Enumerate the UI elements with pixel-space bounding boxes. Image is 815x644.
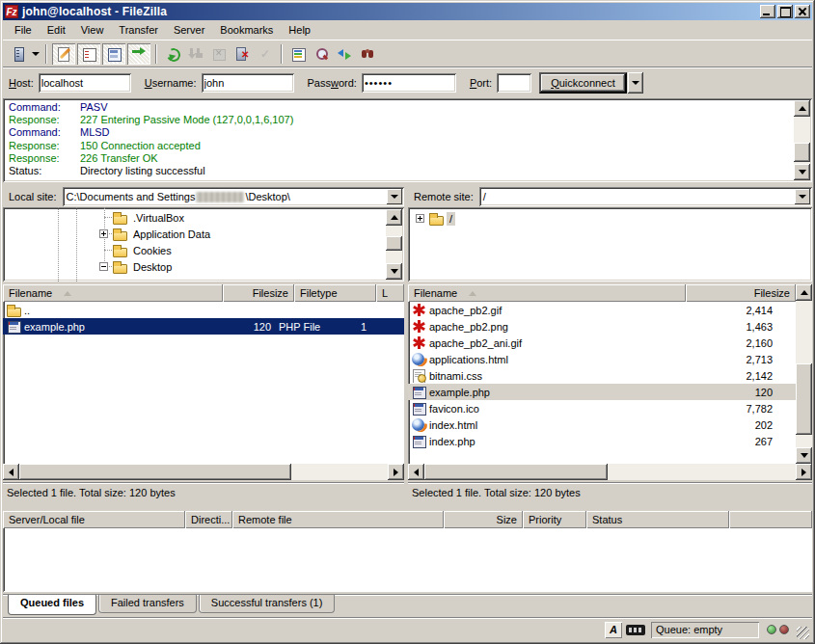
transfer-queue-list[interactable] bbox=[3, 528, 812, 592]
file-row[interactable]: bitnami.css 2,142 bbox=[408, 367, 796, 384]
column-header-filesize[interactable]: Filesize bbox=[686, 284, 796, 302]
tab-successful-transfers[interactable]: Successful transfers (1) bbox=[199, 595, 336, 613]
site-manager-button[interactable] bbox=[7, 43, 30, 65]
filter-button[interactable] bbox=[286, 43, 310, 65]
tree-item[interactable]: Desktop bbox=[99, 258, 175, 275]
tree-item[interactable]: Cookies bbox=[99, 242, 175, 258]
toggle-local-tree-button[interactable] bbox=[77, 43, 100, 65]
combobox-dropdown[interactable] bbox=[795, 189, 810, 204]
site-manager-dropdown[interactable] bbox=[30, 43, 41, 65]
local-directory-tree[interactable]: .VirtualBox Application Data Cookies Des… bbox=[3, 207, 404, 282]
file-search-button[interactable] bbox=[310, 43, 333, 65]
disconnect-button[interactable] bbox=[231, 43, 254, 65]
scrollbar-thumb[interactable] bbox=[424, 464, 608, 480]
quickconnect-dropdown[interactable] bbox=[628, 72, 643, 94]
toggle-transfer-queue-button[interactable] bbox=[127, 43, 150, 65]
speed-limits-icon[interactable] bbox=[626, 625, 645, 635]
tree-item[interactable]: .VirtualBox bbox=[99, 209, 187, 226]
column-header-priority[interactable]: Priority bbox=[523, 511, 586, 528]
local-tree-scrollbar[interactable] bbox=[386, 209, 402, 280]
column-header-filetype[interactable]: Filetype bbox=[294, 284, 376, 302]
scroll-up-button[interactable] bbox=[386, 209, 402, 226]
scrollbar-thumb[interactable] bbox=[386, 236, 402, 251]
tree-item-label[interactable]: / bbox=[447, 212, 455, 226]
toggle-remote-tree-button[interactable] bbox=[102, 43, 125, 65]
tree-item[interactable]: Application Data bbox=[99, 226, 213, 242]
scroll-up-button[interactable] bbox=[794, 100, 810, 117]
minimize-icon[interactable] bbox=[760, 5, 775, 18]
tree-expander[interactable] bbox=[416, 214, 424, 223]
password-input[interactable] bbox=[362, 73, 456, 93]
tree-item-label[interactable]: .VirtualBox bbox=[130, 211, 187, 225]
file-row[interactable]: apache_pb2.png 1,463 bbox=[408, 318, 796, 335]
column-header-direction[interactable]: Directi... bbox=[185, 511, 232, 528]
close-icon[interactable] bbox=[795, 5, 810, 18]
scroll-down-button[interactable] bbox=[794, 164, 810, 180]
scroll-up-button[interactable] bbox=[796, 284, 812, 301]
file-row-selected[interactable]: example.php 120 bbox=[408, 384, 796, 400]
file-row-parent-dir[interactable]: .. bbox=[3, 302, 404, 318]
host-input[interactable] bbox=[39, 73, 131, 93]
column-header-filesize[interactable]: Filesize bbox=[223, 284, 294, 302]
resize-grip[interactable] bbox=[797, 627, 809, 639]
directory-comparison-button[interactable] bbox=[333, 43, 356, 65]
tab-failed-transfers[interactable]: Failed transfers bbox=[98, 595, 197, 613]
toggle-message-log-button[interactable] bbox=[52, 43, 75, 65]
synchronized-browsing-button[interactable] bbox=[356, 43, 379, 65]
scroll-right-button[interactable] bbox=[388, 464, 404, 480]
cancel-operation-button[interactable] bbox=[207, 43, 231, 65]
quickconnect-button[interactable]: Quickconnect bbox=[539, 72, 627, 94]
port-input[interactable] bbox=[497, 73, 531, 93]
remote-directory-tree[interactable]: / bbox=[408, 207, 812, 282]
remote-list-hscrollbar[interactable] bbox=[408, 464, 812, 480]
tree-item-label[interactable]: Cookies bbox=[130, 244, 175, 257]
file-row-selected[interactable]: example.php 120 PHP File 1 bbox=[3, 318, 404, 335]
column-header-filename[interactable]: Filename bbox=[408, 284, 686, 302]
menu-file[interactable]: File bbox=[7, 22, 40, 38]
file-row[interactable]: apache_pb2.gif 2,414 bbox=[408, 302, 796, 318]
log-scrollbar[interactable] bbox=[794, 100, 810, 180]
scroll-down-button[interactable] bbox=[386, 263, 402, 280]
file-row[interactable]: apache_pb2_ani.gif 2,160 bbox=[408, 335, 796, 351]
local-list-hscrollbar[interactable] bbox=[3, 464, 404, 480]
scroll-down-button[interactable] bbox=[796, 447, 812, 464]
tab-queued-files[interactable]: Queued files bbox=[8, 595, 96, 615]
column-header-size[interactable]: Size bbox=[444, 511, 523, 528]
tree-expander[interactable] bbox=[99, 229, 108, 238]
scrollbar-thumb[interactable] bbox=[794, 143, 810, 162]
maximize-icon[interactable] bbox=[777, 5, 793, 18]
scroll-left-button[interactable] bbox=[3, 464, 19, 480]
title-bar[interactable]: Fz john@localhost - FileZilla bbox=[3, 3, 812, 20]
scrollbar-thumb[interactable] bbox=[19, 464, 291, 480]
menu-edit[interactable]: Edit bbox=[40, 22, 73, 38]
column-header-filename[interactable]: Filename bbox=[3, 284, 223, 302]
column-header-server-local-file[interactable]: Server/Local file bbox=[3, 511, 185, 528]
tree-item[interactable]: / bbox=[416, 210, 455, 227]
column-header-last-modified[interactable]: L bbox=[376, 284, 404, 302]
scrollbar-thumb[interactable] bbox=[796, 363, 812, 435]
scroll-left-button[interactable] bbox=[408, 464, 424, 480]
menu-bookmarks[interactable]: Bookmarks bbox=[212, 22, 281, 38]
local-file-list[interactable]: .. example.php 120 PHP File 1 bbox=[3, 302, 404, 464]
process-queue-button[interactable] bbox=[184, 43, 207, 65]
remote-list-scrollbar[interactable] bbox=[796, 284, 812, 464]
tree-item-label[interactable]: Desktop bbox=[130, 260, 175, 274]
local-site-combobox[interactable]: C:\Documents and Settings\Desktop\ bbox=[63, 187, 404, 206]
tree-item-label[interactable]: Application Data bbox=[130, 228, 213, 241]
menu-view[interactable]: View bbox=[73, 22, 112, 38]
data-type-indicator-icon[interactable]: A bbox=[605, 622, 622, 638]
remote-site-combobox[interactable]: / bbox=[479, 187, 812, 206]
menu-server[interactable]: Server bbox=[166, 22, 212, 38]
refresh-button[interactable] bbox=[161, 43, 184, 65]
file-row[interactable]: index.php 267 bbox=[408, 433, 796, 449]
remote-file-list[interactable]: apache_pb2.gif 2,414 apache_pb2.png 1,46… bbox=[408, 302, 796, 464]
message-log[interactable]: Command:PASV Response:227 Entering Passi… bbox=[3, 98, 812, 182]
scroll-right-button[interactable] bbox=[796, 464, 812, 480]
column-header-status[interactable]: Status bbox=[586, 511, 729, 528]
file-row[interactable]: index.html 202 bbox=[408, 416, 796, 433]
tree-expander[interactable] bbox=[99, 262, 108, 271]
combobox-dropdown[interactable] bbox=[387, 189, 402, 204]
column-header-remote-file[interactable]: Remote file bbox=[232, 511, 444, 528]
file-row[interactable]: favicon.ico 7,782 bbox=[408, 400, 796, 416]
menu-transfer[interactable]: Transfer bbox=[111, 22, 166, 38]
